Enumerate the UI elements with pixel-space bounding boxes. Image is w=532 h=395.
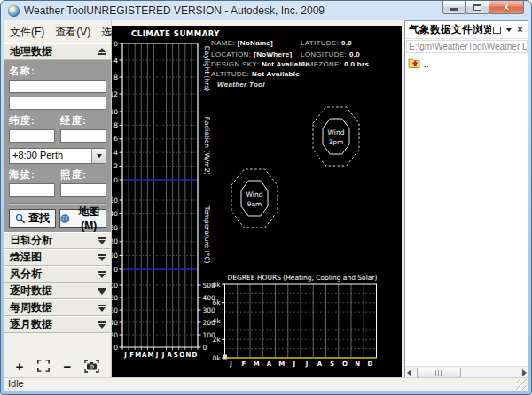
zoom-out-button[interactable]: − [59, 358, 75, 374]
find-button[interactable]: 查找 [9, 209, 56, 228]
zoom-in-button[interactable]: + [12, 358, 27, 374]
map-button[interactable]: 地图(M) [59, 209, 106, 228]
app-window: Weather ToolUNREGISTERED VERSION - Autod… [0, 0, 532, 395]
sidebar-section-weekly[interactable]: 每周数据 [4, 299, 111, 316]
camera-icon [84, 360, 99, 373]
file-list-item[interactable]: .. [408, 57, 526, 70]
svg-text:J: J [123, 352, 127, 359]
svg-text:M: M [147, 352, 153, 359]
svg-text:12: 12 [112, 90, 118, 98]
svg-text:8k: 8k [212, 281, 221, 289]
search-icon [15, 213, 26, 224]
collapse-down-icon [98, 254, 106, 261]
panel-close-button[interactable]: × [514, 24, 526, 35]
svg-text:Wind: Wind [328, 128, 345, 136]
section-label: 每周数据 [10, 300, 52, 315]
zoom-fit-button[interactable] [35, 358, 51, 374]
altitude-input[interactable] [9, 183, 55, 197]
globe-icon [60, 213, 70, 224]
svg-text:S: S [174, 352, 178, 359]
svg-text:F: F [241, 360, 246, 368]
status-bar: Idle [4, 377, 528, 391]
info-latitude-row: LATITUDE:0.0 [301, 39, 352, 47]
snapshot-button[interactable] [83, 358, 99, 374]
close-icon: x [504, 3, 509, 12]
panel-menu-button[interactable] [503, 24, 514, 35]
info-longitude-row: LONGITUDE:0.0 [301, 50, 360, 58]
timezone-dropdown-button[interactable] [91, 149, 106, 163]
timezone-select[interactable]: +8:00 Perth [9, 148, 106, 164]
svg-text:0: 0 [203, 344, 207, 352]
longitude-input[interactable] [60, 129, 106, 143]
timezone-selected-value: +8:00 Perth [10, 149, 91, 163]
sidebar-section-hourly[interactable]: 逐时数据 [4, 283, 111, 299]
svg-text:4: 4 [113, 57, 118, 65]
geo-section-label: 地理数据 [10, 44, 52, 59]
sidebar-section-geo-data[interactable]: 地理数据 [4, 43, 111, 60]
svg-text:M: M [278, 360, 285, 368]
file-list: .. [405, 53, 528, 366]
plus-icon: + [16, 360, 24, 373]
titlebar: Weather ToolUNREGISTERED VERSION - Autod… [1, 1, 531, 20]
sidebar-section-wind[interactable]: 风分析 [4, 266, 111, 283]
scroll-left-arrow-icon[interactable] [407, 369, 411, 376]
svg-text:CLIMATE SUMMARY: CLIMATE SUMMARY [131, 29, 220, 38]
panel-float-button[interactable] [491, 24, 503, 35]
svg-text:2: 2 [113, 162, 118, 170]
weather-data-browser-panel: 气象数据文件浏览器 × E:\gm\WeatherTool\Weather Da… [404, 20, 528, 380]
fit-extents-icon [37, 360, 50, 372]
close-button[interactable]: x [489, 1, 524, 14]
client-area: 文件(F)查看(V)选项(O) 地理数据 名称: 纬度: 经度: +8:0 [4, 20, 528, 391]
svg-text:DEGREE HOURS (Heating, Cooling: DEGREE HOURS (Heating, Cooling and Solar… [228, 274, 378, 282]
sidebar: 文件(F)查看(V)选项(O) 地理数据 名称: 纬度: 经度: +8:0 [4, 20, 112, 378]
sidebar-section-sun-path[interactable]: 日轨分析 [4, 232, 111, 249]
minimize-icon [450, 8, 458, 11]
svg-text:0: 0 [113, 266, 118, 274]
illuminance-input[interactable] [60, 183, 106, 197]
scroll-right-arrow-icon[interactable] [522, 369, 527, 376]
main-canvas[interactable]: CLIMATE SUMMARY04812Daylight (hrs)108642… [112, 26, 402, 380]
info-name-row: NAME:[NoName] [211, 39, 273, 47]
window-title: Weather ToolUNREGISTERED VERSION - Autod… [24, 4, 325, 17]
section-label: 焓湿图 [10, 250, 42, 265]
menu-item-file[interactable]: 文件(F) [10, 25, 44, 40]
svg-text:D: D [192, 352, 198, 359]
find-button-label: 查找 [28, 211, 50, 226]
svg-text:J: J [229, 360, 232, 368]
map-button-label: 地图(M) [73, 205, 106, 232]
svg-text:A: A [142, 352, 147, 359]
info-altitude-row: ALTITUDE:Not Available [211, 70, 300, 78]
name-input-2[interactable] [9, 97, 106, 110]
chevron-down-icon [506, 28, 512, 32]
latitude-input[interactable] [9, 129, 55, 143]
svg-text:300: 300 [203, 306, 216, 314]
svg-text:J: J [161, 352, 165, 359]
view-toolbar: + − [4, 355, 111, 378]
sidebar-section-psychrometric[interactable]: 焓湿图 [4, 249, 111, 266]
svg-text:6k: 6k [212, 298, 221, 306]
illuminance-label: 照度: [60, 168, 106, 182]
climate-summary-chart: CLIMATE SUMMARY04812Daylight (hrs)108642… [112, 26, 402, 380]
svg-text:4: 4 [113, 149, 118, 157]
name-input[interactable] [9, 80, 106, 93]
info-timezone-row: TIMEZONE:0.0 hrs [301, 60, 369, 68]
svg-text:J: J [293, 360, 296, 368]
svg-text:Radiation (W/m2): Radiation (W/m2) [203, 117, 211, 175]
sidebar-sections: 日轨分析焓湿图风分析逐时数据每周数据逐月数据 [4, 232, 111, 333]
svg-text:30: 30 [112, 224, 118, 232]
svg-text:Wind: Wind [246, 190, 263, 198]
close-icon: × [517, 25, 522, 35]
svg-text:10: 10 [112, 108, 118, 116]
resize-grip[interactable] [516, 379, 527, 390]
svg-text:0: 0 [113, 176, 118, 184]
file-item-label: .. [424, 58, 429, 69]
svg-text:A: A [267, 360, 272, 368]
app-icon [8, 5, 20, 17]
minimize-button[interactable] [442, 1, 466, 14]
section-label: 风分析 [10, 267, 42, 282]
menu-item-view[interactable]: 查看(V) [55, 25, 90, 40]
weather-tool-logo: Weather Tool [217, 81, 265, 89]
maximize-button[interactable] [466, 1, 489, 14]
svg-text:8: 8 [113, 121, 118, 129]
sidebar-section-monthly[interactable]: 逐月数据 [4, 316, 111, 333]
